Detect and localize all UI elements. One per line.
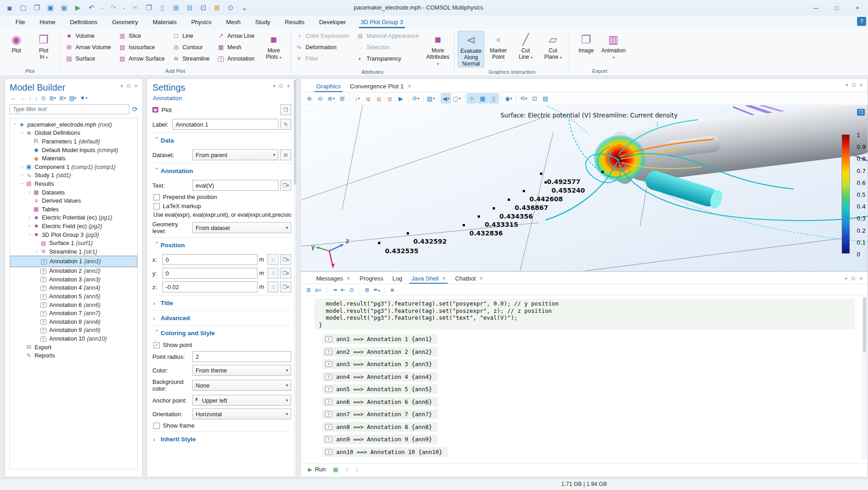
menu-tab-developer[interactable]: Developer [313, 17, 351, 27]
show-axes-toggle[interactable]: ⊹ [467, 93, 477, 103]
wrap-lines-icon[interactable]: ≣ [364, 286, 369, 293]
copy-icon[interactable]: ❐ [143, 2, 155, 13]
panel-menu-icon[interactable]: ▾ [121, 83, 123, 88]
ribbon-item-mesh[interactable]: ▦Mesh [215, 41, 258, 53]
console-scrollbar[interactable] [862, 296, 867, 459]
position-x-input[interactable]: 0 [162, 254, 257, 265]
position-y-expression-button[interactable]: ❐▾ [280, 268, 291, 279]
panel-float-icon[interactable]: ⊡ [852, 82, 855, 87]
zoom-extents-icon[interactable]: ⊞ [337, 93, 347, 103]
orientation-select[interactable]: Horizontal▾ [192, 408, 291, 419]
show-icon[interactable]: ⊙ [41, 95, 46, 102]
ribbon-item-arrow-line[interactable]: ↗Arrow Line [215, 30, 258, 41]
close-icon[interactable]: ✕ [346, 276, 350, 281]
menu-tab-physics[interactable]: Physics [186, 17, 217, 27]
tab-messages[interactable]: Messages✕ [312, 273, 355, 284]
view-yz-icon[interactable]: yz [374, 93, 384, 103]
menu-tab-study[interactable]: Study [250, 17, 276, 27]
tree-item-export[interactable]: ⊟Export [10, 343, 137, 352]
collapse-icon[interactable]: ≣▾ [59, 95, 66, 102]
save-as-icon[interactable]: ▣ [58, 2, 70, 13]
zoom-out-icon[interactable]: ⊖ [315, 93, 325, 103]
rotate-icon[interactable]: ⟳▾ [411, 93, 421, 103]
tree-item-datasets[interactable]: ›▦Datasets [10, 188, 137, 197]
position-z-expression-button[interactable]: ❐▾ [280, 281, 291, 292]
expand-chevron-icon[interactable]: › [26, 215, 32, 220]
panel-float-icon[interactable]: ⊡ [851, 276, 855, 281]
ribbon-item-surface[interactable]: ▤Surface [63, 53, 115, 64]
find-icon[interactable]: ⊙ [225, 2, 237, 13]
settings-scrollbar[interactable] [294, 80, 296, 476]
prepend-position-checkbox[interactable] [153, 194, 160, 200]
tree-item-derived-values[interactable]: ≡Derived Values [10, 196, 137, 205]
indent-less-icon[interactable]: ⇤ [341, 286, 346, 293]
show-grid-toggle[interactable]: ▦ [478, 93, 488, 103]
menu-tab-materials[interactable]: Materials [147, 17, 182, 27]
next-command-icon[interactable]: ↓ [355, 466, 358, 473]
collapse-chevron-icon[interactable]: › [20, 181, 25, 187]
panel-menu-icon[interactable]: ▾ [846, 82, 848, 87]
annotation-section-header[interactable]: ›Annotation [152, 164, 291, 177]
expand-chevron-icon[interactable]: › [19, 173, 25, 178]
move-up-icon[interactable]: ↑ [29, 95, 32, 102]
more-attributes-button[interactable]: ■MoreAttributes ▾ [424, 31, 451, 67]
close-icon[interactable]: ✕ [442, 276, 446, 281]
position-x-expression-button[interactable]: ❐▾ [280, 254, 291, 265]
run-button[interactable]: ▶ Run [308, 466, 326, 473]
expand-chevron-icon[interactable]: › [26, 224, 32, 228]
tree-item-parameters-1-default[interactable]: PᵢParameters 1{default} [10, 137, 137, 146]
qat-overflow-chevron[interactable]: ⌄ [238, 2, 250, 13]
tree-item-reports[interactable]: ✎Reports [10, 351, 137, 360]
preview-icon[interactable]: ⊙ [349, 286, 354, 293]
expand-chevron-icon[interactable]: › [19, 164, 25, 169]
ribbon-item-line[interactable]: ◻Line [170, 30, 213, 41]
plot-area[interactable]: y z x Surface: Electric potential (V) St… [301, 105, 868, 271]
refresh-icon[interactable]: ⟳ [132, 105, 138, 113]
tab-graphics[interactable]: Graphics [312, 81, 345, 92]
view-solid-icon[interactable]: ▢▾ [452, 93, 462, 103]
text-input[interactable]: eval(V) [192, 180, 278, 191]
tree-item-annotation-6-ann6[interactable]: TAnnotation 6{ann6} [10, 301, 137, 309]
editor-icon[interactable]: ▦ [333, 466, 338, 473]
tree-item-global-definitions[interactable]: ›⊕Global Definitions [10, 129, 137, 138]
scene-mode-icon[interactable]: ▧▾ [426, 93, 436, 103]
tree-item-default-model-inputs-cminpt[interactable]: ◆Default Model Inputs{cminpt} [10, 146, 137, 154]
go-to-view-icon[interactable]: ↓▾ [352, 93, 362, 103]
tree-item-annotation-10-ann10[interactable]: TAnnotation 10{ann10} [10, 334, 137, 343]
tree-item-annotation-7-ann7[interactable]: TAnnotation 7{ann7} [10, 309, 137, 317]
back-icon[interactable]: ← [10, 95, 16, 102]
geometry-level-select[interactable]: From dataset▾ [192, 222, 291, 233]
redo-icon-caret[interactable]: ⌄ [121, 2, 127, 13]
delete-icon[interactable]: ⊟ [184, 2, 196, 13]
ribbon-item-isosurface[interactable]: ▧Isosurface [116, 41, 168, 53]
collapse-chevron-icon[interactable]: › [27, 232, 32, 238]
update-plot-icon[interactable]: ⟲▾ [519, 93, 529, 103]
tree-item-component-1-comp1-comp1[interactable]: ›▣Component 1(comp1) {comp1} [10, 163, 137, 171]
plot-in-button[interactable]: ❐PlotIn ▾ [30, 31, 57, 66]
save-icon[interactable]: ▣ [45, 2, 56, 13]
panel-menu-icon[interactable]: ▾ [845, 276, 847, 281]
panel-pin-icon[interactable]: ✛ [859, 276, 863, 281]
tree-item-study-1-std1[interactable]: ›∿Study 1{std1} [10, 171, 137, 180]
menu-tab-home[interactable]: Home [34, 17, 61, 27]
tree-item-annotation-3-ann3[interactable]: TAnnotation 3{ann3} [10, 275, 137, 284]
ribbon-item-arrow-surface[interactable]: ▨Arrow Surface [116, 53, 168, 64]
move-down-icon[interactable]: ↓ [35, 95, 38, 102]
ribbon-item-deformation[interactable]: ∿Deformation [293, 41, 353, 53]
new-file-icon[interactable]: ▢ [17, 2, 29, 13]
tree-item-annotation-8-ann8[interactable]: TAnnotation 8{ann8} [10, 317, 137, 326]
undo-icon[interactable]: ↶ [86, 2, 97, 13]
ribbon-item-contour[interactable]: ◎Contour [170, 41, 213, 53]
java-shell-output[interactable]: model.result("pg3").feature(tag).set("po… [301, 296, 861, 460]
tree-item-annotation-4-ann4[interactable]: TAnnotation 4{ann4} [10, 284, 137, 292]
coloring-section-header[interactable]: ›Coloring and Style [152, 327, 291, 339]
point-radius-input[interactable]: 2 [192, 351, 291, 362]
position-section-header[interactable]: ›Position [152, 239, 291, 251]
close-icon[interactable]: ✕ [479, 276, 483, 281]
cut-icon[interactable]: ✂ [129, 2, 141, 13]
tree-item-materials[interactable]: ◉Materials [10, 154, 137, 163]
run-icon[interactable]: ▶ [72, 2, 84, 13]
tree-item-surface-1-surf1[interactable]: ▤Surface 1{surf1} [10, 239, 137, 247]
tree-item-annotation-1-ann1[interactable]: TAnnotation 1{ann1} [10, 256, 137, 267]
view-xy-icon[interactable]: xy [363, 93, 373, 103]
